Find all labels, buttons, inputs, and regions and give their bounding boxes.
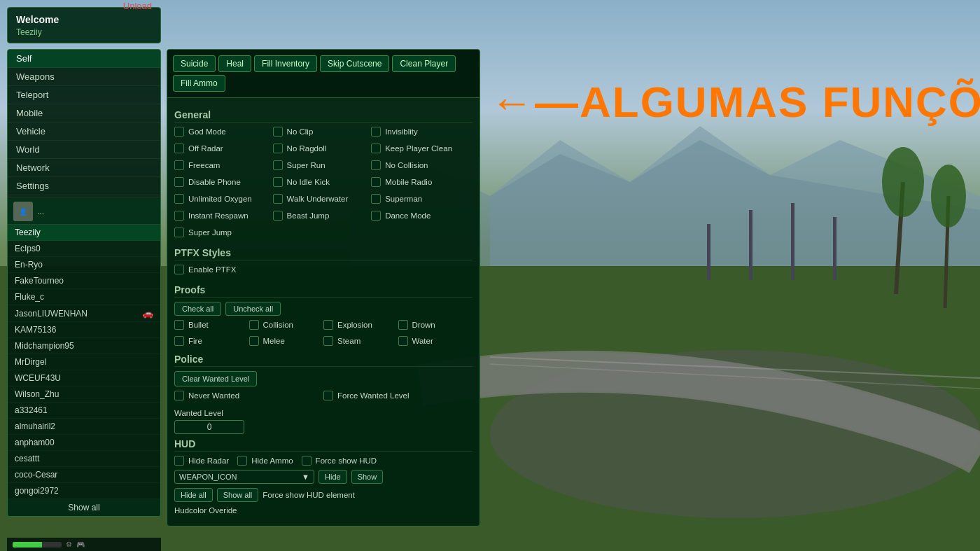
sidebar-user-faketourneo[interactable]: FakeTourneo bbox=[8, 273, 160, 289]
police-toggles: Never Wanted Force Wanted Level bbox=[174, 391, 472, 405]
sidebar-nav-item-weapons[interactable]: Weapons bbox=[8, 68, 160, 86]
toggle-enable-ptfx[interactable]: Enable PTFX bbox=[174, 265, 273, 274]
toggle-super-jump[interactable]: Super Jump bbox=[174, 228, 273, 237]
toggle-beast-jump[interactable]: Beast Jump bbox=[273, 211, 372, 221]
sidebar-nav-item-mobile[interactable]: Mobile bbox=[8, 104, 160, 123]
unload-button[interactable]: Unload bbox=[123, 1, 152, 11]
toggle-box-super-run bbox=[273, 160, 283, 170]
hud-show-button[interactable]: Show bbox=[351, 470, 384, 484]
toggle-box-unlimited-oxygen bbox=[174, 194, 184, 204]
toggle-hide-ammo[interactable]: Hide Ammo bbox=[237, 456, 293, 466]
fill-inventory-button[interactable]: Fill Inventory bbox=[254, 55, 317, 72]
main-content: General God Mode No Clip Invisiblity Off… bbox=[167, 98, 479, 520]
uncheck-all-button[interactable]: Uncheck all bbox=[225, 302, 281, 316]
toggle-god-mode[interactable]: God Mode bbox=[174, 127, 273, 137]
sidebar-user-eclps0[interactable]: EcIps0 bbox=[8, 241, 160, 257]
sidebar-user-cesattt[interactable]: cesattt bbox=[8, 451, 160, 467]
sidebar-nav-item-teleport[interactable]: Teleport bbox=[8, 86, 160, 104]
sidebar-user-almuhairil2[interactable]: almuhairil2 bbox=[8, 419, 160, 435]
welcome-panel: Welcome Unload Teeziiy bbox=[7, 7, 161, 43]
wanted-level-row: Wanted Level bbox=[174, 409, 472, 417]
suicide-button[interactable]: Suicide bbox=[173, 55, 216, 72]
toggle-label-hide-ammo: Hide Ammo bbox=[251, 456, 293, 465]
show-all-button[interactable]: Show all bbox=[8, 499, 160, 516]
toggle-invisiblity[interactable]: Invisiblity bbox=[371, 127, 470, 137]
general-toggles: God Mode No Clip Invisiblity Off Radar N… bbox=[174, 127, 472, 242]
clean-player-button[interactable]: Clean Player bbox=[392, 55, 456, 72]
sidebar-user-en-ryo[interactable]: En-Ryo bbox=[8, 257, 160, 273]
toggle-instant-respawn[interactable]: Instant Respawn bbox=[174, 211, 273, 221]
toggle-box-off-radar bbox=[174, 144, 184, 153]
toggle-box-god-mode bbox=[174, 127, 184, 137]
welcome-title: Welcome bbox=[16, 14, 59, 25]
proof-melee[interactable]: Melee bbox=[249, 336, 324, 346]
sidebar-user-wceuf43u[interactable]: WCEUF43U bbox=[8, 370, 160, 386]
sidebar-user-fluke-c[interactable]: Fluke_c bbox=[8, 289, 160, 305]
toggle-label-walk-underwater: Walk Underwater bbox=[287, 195, 349, 203]
toggle-unlimited-oxygen[interactable]: Unlimited Oxygen bbox=[174, 194, 273, 204]
sidebar-user-anpham00[interactable]: anpham00 bbox=[8, 435, 160, 451]
sidebar-user-coco-cesar[interactable]: coco-Cesar bbox=[8, 467, 160, 483]
sidebar-user-midchampion95[interactable]: Midchampion95 bbox=[8, 338, 160, 354]
sidebar-nav-item-self[interactable]: Self bbox=[8, 50, 160, 68]
proof-steam[interactable]: Steam bbox=[323, 336, 398, 346]
skip-cutscene-button[interactable]: Skip Cutscene bbox=[320, 55, 389, 72]
sidebar-user-a332461[interactable]: a332461 bbox=[8, 403, 160, 419]
proof-water[interactable]: Water bbox=[398, 336, 473, 346]
sidebar-nav-item-vehicle[interactable]: Vehicle bbox=[8, 123, 160, 141]
sidebar-user-kam75136[interactable]: KAM75136 bbox=[8, 322, 160, 338]
ptfx-section-title: PTFX Styles bbox=[174, 247, 472, 260]
toggle-label-off-radar: Off Radar bbox=[188, 144, 223, 153]
proof-bullet[interactable]: Bullet bbox=[174, 320, 249, 330]
toggle-no-clip[interactable]: No Clip bbox=[273, 127, 372, 137]
toggle-disable-phone[interactable]: Disable Phone bbox=[174, 177, 273, 187]
fill-ammo-button[interactable]: Fill Ammo bbox=[173, 75, 225, 92]
toggle-label-god-mode: God Mode bbox=[188, 127, 226, 136]
proof-explosion[interactable]: Explosion bbox=[323, 320, 398, 330]
toggle-walk-underwater[interactable]: Walk Underwater bbox=[273, 194, 372, 204]
toggle-box-steam bbox=[323, 336, 333, 346]
toggle-force-show-hud[interactable]: Force show HUD bbox=[302, 456, 377, 466]
wanted-slider[interactable]: 0 bbox=[174, 420, 244, 434]
toggle-box-force-wanted-level bbox=[323, 391, 333, 400]
toggle-superman[interactable]: Superman bbox=[371, 194, 470, 204]
sidebar-nav-item-world[interactable]: World bbox=[8, 141, 160, 159]
toggle-off-radar[interactable]: Off Radar bbox=[174, 144, 273, 153]
toggle-freecam[interactable]: Freecam bbox=[174, 160, 273, 170]
sidebar-nav-item-settings[interactable]: Settings bbox=[8, 177, 160, 195]
heal-button[interactable]: Heal bbox=[218, 55, 251, 72]
toggle-no-ragdoll[interactable]: No Ragdoll bbox=[273, 144, 372, 153]
toggle-super-run[interactable]: Super Run bbox=[273, 160, 372, 170]
hud-show-all-button[interactable]: Show all bbox=[217, 488, 259, 502]
toggle-force-wanted-level[interactable]: Force Wanted Level bbox=[323, 391, 472, 400]
toggle-hide-radar[interactable]: Hide Radar bbox=[174, 456, 229, 466]
toggle-never-wanted[interactable]: Never Wanted bbox=[174, 391, 323, 400]
toggle-label-hide-radar: Hide Radar bbox=[188, 456, 229, 465]
toggle-dance-mode[interactable]: Dance Mode bbox=[371, 211, 470, 221]
check-all-button[interactable]: Check all bbox=[174, 302, 221, 316]
toggle-no-collision[interactable]: No Collision bbox=[371, 160, 470, 170]
hud-hide-all-button[interactable]: Hide all bbox=[174, 488, 213, 502]
toggle-no-idle-kick[interactable]: No Idle Kick bbox=[273, 177, 372, 187]
sidebar-user-mrdirge1[interactable]: MrDirgel bbox=[8, 354, 160, 370]
sidebar-user-teeziiy[interactable]: Teeziiy bbox=[8, 225, 160, 241]
toggle-label-never-wanted: Never Wanted bbox=[188, 391, 239, 400]
bottom-bar: ⚙ 🎮 bbox=[7, 538, 161, 551]
sidebar-user-header: 👤 ... bbox=[8, 199, 160, 225]
toggle-keep-player-clean[interactable]: Keep Player Clean bbox=[371, 144, 470, 153]
proof-drown[interactable]: Drown bbox=[398, 320, 473, 330]
sidebar-user-wilson-zhu[interactable]: Wilson_Zhu bbox=[8, 386, 160, 403]
hud-dropdown[interactable]: WEAPON_ICON ▼ bbox=[174, 470, 314, 484]
toggle-box-explosion bbox=[323, 320, 333, 330]
proof-collision[interactable]: Collision bbox=[249, 320, 324, 330]
hud-hide-button[interactable]: Hide bbox=[318, 470, 347, 484]
proof-fire[interactable]: Fire bbox=[174, 336, 249, 346]
clear-wanted-level-button[interactable]: Clear Wanted Level bbox=[174, 371, 257, 386]
toggle-label-force-wanted-level: Force Wanted Level bbox=[337, 391, 409, 400]
sidebar-user-jasonliuwenhan[interactable]: JasonLIUWENHAN 🚗 bbox=[8, 305, 160, 322]
proof-label-explosion: Explosion bbox=[337, 321, 372, 329]
sidebar-nav-item-network[interactable]: Network bbox=[8, 159, 160, 177]
proof-label-bullet: Bullet bbox=[188, 321, 209, 329]
sidebar-user-gongoi2972[interactable]: gongoi2972 bbox=[8, 483, 160, 499]
toggle-mobile-radio[interactable]: Mobile Radio bbox=[371, 177, 470, 187]
